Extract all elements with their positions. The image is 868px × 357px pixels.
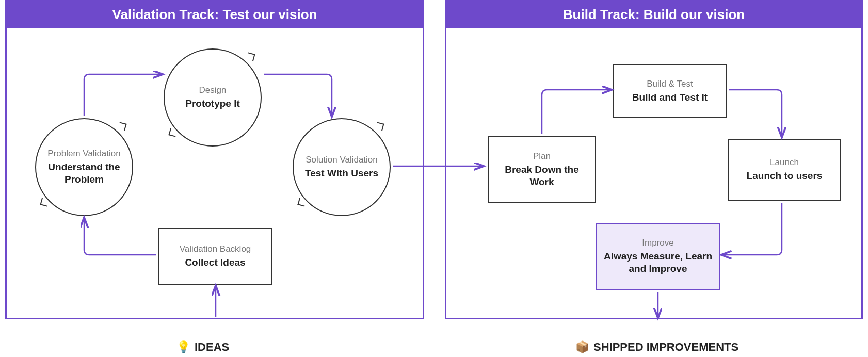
- node-design: Design Prototype It: [164, 48, 262, 147]
- validation-track: Validation Track: Test our vision Proble…: [5, 0, 424, 319]
- node-solution-validation: Solution Validation Test With Users: [293, 118, 391, 216]
- build-footer-label: SHIPPED IMPROVEMENTS: [593, 340, 738, 354]
- node-subtitle: Plan: [533, 151, 551, 161]
- validation-footer-label: IDEAS: [195, 340, 229, 354]
- node-subtitle: Design: [199, 85, 227, 95]
- node-problem-validation: Problem Validation Understand the Proble…: [35, 118, 133, 216]
- node-title: Prototype It: [185, 98, 240, 110]
- package-icon: 📦: [575, 340, 589, 354]
- node-subtitle: Solution Validation: [306, 155, 378, 165]
- node-subtitle: Launch: [770, 157, 799, 168]
- circle-tick-icon: [297, 198, 306, 206]
- node-improve: Improve Always Measure, Learn and Improv…: [596, 223, 720, 290]
- node-subtitle: Problem Validation: [47, 149, 120, 159]
- node-subtitle: Improve: [642, 238, 673, 248]
- build-track-body: Plan Break Down the Work Build & Test Bu…: [446, 28, 861, 318]
- node-title: Collect Ideas: [185, 256, 245, 269]
- circle-tick-icon: [375, 122, 384, 131]
- validation-track-header: Validation Track: Test our vision: [7, 2, 423, 28]
- circle-tick-icon: [246, 52, 255, 61]
- node-validation-backlog: Validation Backlog Collect Ideas: [158, 228, 272, 285]
- node-title: Break Down the Work: [494, 164, 590, 188]
- node-subtitle: Build & Test: [647, 79, 693, 89]
- node-title: Always Measure, Learn and Improve: [602, 250, 714, 275]
- node-title: Build and Test It: [632, 91, 708, 104]
- node-build-test: Build & Test Build and Test It: [613, 64, 727, 118]
- build-footer: 📦 SHIPPED IMPROVEMENTS: [575, 340, 738, 354]
- node-title: Test With Users: [305, 167, 378, 180]
- build-track-header: Build Track: Build our vision: [446, 2, 861, 28]
- node-launch: Launch Launch to users: [728, 139, 841, 201]
- circle-tick-icon: [118, 122, 126, 131]
- circle-tick-icon: [40, 198, 49, 206]
- node-title: Launch to users: [747, 170, 823, 182]
- build-track: Build Track: Build our vision Plan Break…: [445, 0, 863, 319]
- validation-footer: 💡 IDEAS: [176, 340, 229, 354]
- node-plan: Plan Break Down the Work: [488, 136, 596, 203]
- node-title: Understand the Problem: [41, 161, 127, 186]
- lightbulb-icon: 💡: [176, 340, 190, 354]
- circle-tick-icon: [168, 128, 177, 137]
- validation-track-body: Problem Validation Understand the Proble…: [7, 28, 423, 318]
- node-subtitle: Validation Backlog: [180, 244, 251, 254]
